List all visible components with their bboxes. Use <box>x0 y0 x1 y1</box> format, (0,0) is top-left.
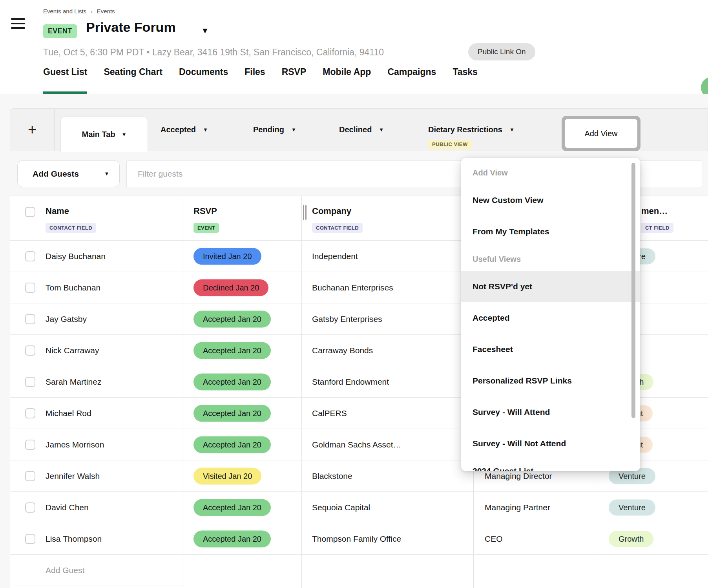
guest-title: Managing Partner <box>485 503 550 512</box>
guest-name: James Morrison <box>46 440 104 449</box>
guest-company: Gatsby Enterprises <box>312 314 382 324</box>
view-tab-main-tab[interactable]: Main Tab ▼ <box>60 117 148 152</box>
view-tab-label: Main Tab <box>82 130 115 139</box>
rsvp-status-badge[interactable]: Declined Jan 20 <box>193 279 268 296</box>
event-date-location: Tue, Oct 5, 6:30 PM PDT • Lazy Bear, 341… <box>43 47 384 58</box>
nav-tab-guest-list[interactable]: Guest List <box>43 67 87 94</box>
chevron-down-icon[interactable]: ▼ <box>203 127 208 133</box>
column-header-company[interactable]: Company <box>312 206 351 216</box>
guest-row[interactable]: David ChenAccepted Jan 20Sequoia Capital… <box>10 492 708 523</box>
rsvp-status-badge[interactable]: Accepted Jan 20 <box>193 530 271 547</box>
column-header-rsvp[interactable]: RSVP <box>193 206 217 216</box>
rsvp-status-badge[interactable]: Invited Jan 20 <box>193 248 261 265</box>
nav-tabs: Guest ListSeating ChartDocumentsFilesRSV… <box>43 67 478 94</box>
breadcrumb-events-and-lists[interactable]: Events and Lists <box>43 8 86 15</box>
row-checkbox[interactable] <box>25 251 35 261</box>
row-checkbox[interactable] <box>25 377 35 387</box>
add-guests-button[interactable]: Add Guests <box>18 161 94 187</box>
nav-tab-seating-chart[interactable]: Seating Chart <box>104 67 162 94</box>
row-checkbox[interactable] <box>25 314 35 324</box>
column-resize-handle[interactable] <box>303 205 304 220</box>
chevron-down-icon[interactable]: ▼ <box>509 127 515 133</box>
rsvp-status-badge[interactable]: Accepted Jan 20 <box>193 436 271 453</box>
dropdown-scrollbar[interactable] <box>631 163 635 418</box>
menu-item-survey-will-attend[interactable]: Survey - Will Attend <box>461 396 640 428</box>
rsvp-status-badge[interactable]: Accepted Jan 20 <box>193 342 271 359</box>
view-tab-label: Accepted <box>161 125 196 134</box>
menu-items: Add ViewNew Custom ViewFrom My Templates… <box>461 161 640 471</box>
menu-item-facesheet[interactable]: Facesheet <box>461 334 640 365</box>
menu-item-not-rsvp-d-yet[interactable]: Not RSVP'd yet <box>461 271 640 302</box>
add-guest-label: Add Guest <box>46 566 84 575</box>
menu-section-header: Add View <box>461 161 640 184</box>
guest-segment-badge: Growth <box>609 531 653 547</box>
guest-name: Tom Buchanan <box>46 283 100 292</box>
guest-name: David Chen <box>46 503 89 512</box>
menu-section-header: Useful Views <box>461 247 640 271</box>
rsvp-status-badge[interactable]: Accepted Jan 20 <box>193 310 271 327</box>
rsvp-status-badge[interactable]: Accepted Jan 20 <box>193 499 271 516</box>
row-checkbox[interactable] <box>25 502 35 513</box>
view-tab-pending[interactable]: Pending ▼ <box>253 109 296 151</box>
menu-item-personalized-rsvp-links[interactable]: Personalized RSVP Links <box>461 365 640 396</box>
chevron-down-icon[interactable]: ▼ <box>122 131 127 137</box>
row-checkbox[interactable] <box>25 345 35 356</box>
column-resize-handle[interactable] <box>305 205 307 220</box>
guest-name: Nick Carraway <box>46 346 99 355</box>
rsvp-status-badge[interactable]: Visited Jan 20 <box>193 467 261 484</box>
view-tab-label: Dietary Restrictions <box>428 125 502 134</box>
add-view-dropdown-menu: Add ViewNew Custom ViewFrom My Templates… <box>461 158 640 471</box>
select-all-checkbox[interactable] <box>25 207 35 217</box>
rsvp-status-badge[interactable]: Accepted Jan 20 <box>193 373 271 390</box>
hamburger-menu-icon[interactable] <box>11 18 25 30</box>
nav-tab-campaigns[interactable]: Campaigns <box>387 67 436 94</box>
chevron-down-icon[interactable]: ▼ <box>379 127 384 133</box>
add-guests-split-button: Add Guests ▼ <box>17 160 120 187</box>
row-checkbox[interactable] <box>25 408 35 418</box>
guest-company: Stanford Endowment <box>312 377 389 387</box>
breadcrumb-events[interactable]: Events <box>97 8 115 15</box>
nav-tab-files[interactable]: Files <box>245 67 265 94</box>
column-header-fragment[interactable]: men… <box>641 206 668 216</box>
nav-tab-documents[interactable]: Documents <box>179 67 228 94</box>
nav-tab-rsvp[interactable]: RSVP <box>282 67 307 94</box>
public-link-badge[interactable]: Public Link On <box>468 43 535 60</box>
row-checkbox[interactable] <box>25 534 35 544</box>
plus-icon: + <box>28 121 36 138</box>
company-field-type-badge: CONTACT FIELD <box>312 223 363 233</box>
rsvp-status-badge[interactable]: Accepted Jan 20 <box>193 405 271 422</box>
menu-item-survey-will-not-attend[interactable]: Survey - Will Not Attend <box>461 428 640 459</box>
breadcrumb: Events and Lists › Events <box>43 8 115 15</box>
menu-item-from-my-templates[interactable]: From My Templates <box>461 216 640 247</box>
guest-company: Buchanan Enterprises <box>312 283 393 292</box>
guest-company: Sequoia Capital <box>312 503 370 512</box>
chevron-down-icon: ▼ <box>104 171 109 177</box>
row-checkbox[interactable] <box>25 440 35 450</box>
view-tab-declined[interactable]: Declined ▼ <box>339 109 384 151</box>
row-checkbox[interactable] <box>25 471 35 481</box>
guest-title: Managing Director <box>485 471 552 481</box>
add-view-tab-button[interactable]: + <box>10 109 55 151</box>
view-tab-accepted[interactable]: Accepted ▼ <box>161 109 208 151</box>
name-field-type-badge: CONTACT FIELD <box>46 223 96 233</box>
add-view-button[interactable]: Add View <box>562 116 640 151</box>
event-type-badge: EVENT <box>43 24 77 38</box>
guest-title: CEO <box>485 534 503 544</box>
guest-name: Sarah Martinez <box>46 377 101 387</box>
guest-name: Michael Rod <box>46 409 91 418</box>
chevron-down-icon[interactable]: ▼ <box>291 127 296 133</box>
guest-row[interactable]: Lisa ThompsonAccepted Jan 20Thompson Fam… <box>10 523 708 555</box>
guest-company: CalPERS <box>312 409 347 418</box>
guest-company: Independent <box>312 252 358 261</box>
menu-item-2024-guest-list[interactable]: 2024 Guest List <box>461 459 640 471</box>
menu-item-accepted[interactable]: Accepted <box>461 302 640 334</box>
menu-item-new-custom-view[interactable]: New Custom View <box>461 184 640 216</box>
add-guests-dropdown-button[interactable]: ▼ <box>94 161 119 187</box>
row-checkbox[interactable] <box>25 283 35 293</box>
column-header-name[interactable]: Name <box>46 206 69 216</box>
event-switcher-caret-icon[interactable]: ▼ <box>201 26 209 35</box>
nav-tab-mobile-app[interactable]: Mobile App <box>323 67 371 94</box>
add-guest-row[interactable]: Add Guest <box>10 555 708 586</box>
nav-tab-tasks[interactable]: Tasks <box>453 67 478 94</box>
guest-list-page: Events and Lists › Events EVENT Private … <box>0 0 708 588</box>
